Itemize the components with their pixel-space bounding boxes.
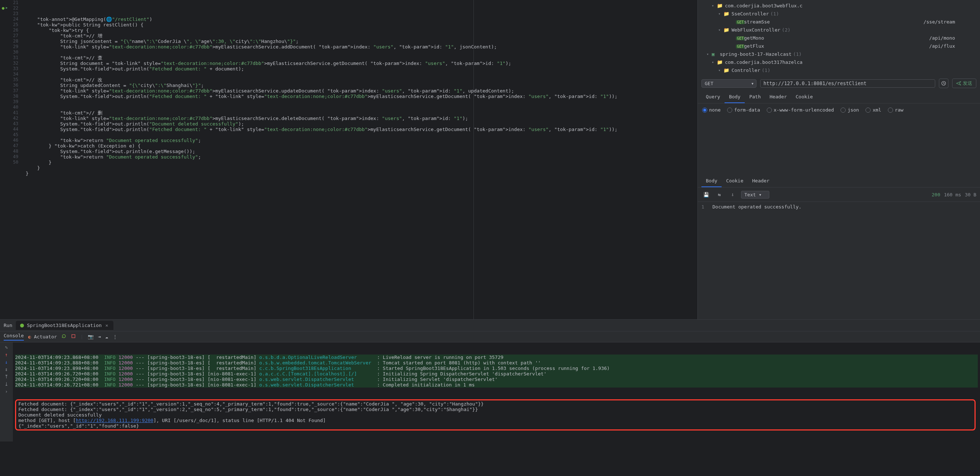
send-label: 发送 (963, 80, 972, 87)
edit-button[interactable]: ✎ (0, 344, 13, 351)
soft-wrap-button[interactable]: ↕ (0, 366, 13, 373)
rerun-button[interactable] (61, 334, 67, 340)
save-response-button[interactable]: 💾 (702, 190, 711, 199)
tree-item[interactable]: GETstreamSse/sse/stream (701, 18, 977, 26)
body-type-form-data[interactable]: form-data (727, 107, 760, 113)
stop-icon (71, 334, 76, 339)
stop-button[interactable] (71, 334, 76, 340)
log-line: 2024-11-03T14:09:23.888+08:00 INFO 12000… (15, 360, 978, 366)
format-select[interactable]: Text ▾ (741, 191, 769, 199)
highlight-line: {"_index":"users","_id":"1","found":fals… (18, 423, 972, 429)
heap-button[interactable]: ☁ (105, 334, 108, 339)
body-type-x-www-form-urlencoded[interactable]: x-www-form-urlencoded (767, 107, 834, 113)
http-url-input[interactable] (760, 79, 935, 88)
request-tab-query[interactable]: Query (702, 91, 725, 103)
more-button[interactable]: ⋮ (113, 334, 118, 339)
request-tab-path[interactable]: Path (745, 91, 765, 103)
body-type-json[interactable]: json (840, 107, 859, 113)
run-app-label: SpringBoot318EsApplication (27, 323, 102, 328)
exit-button[interactable]: ⇥ (98, 334, 101, 339)
console-tab[interactable]: Console (4, 333, 24, 341)
body-type-xml[interactable]: xml (865, 107, 881, 113)
tree-item[interactable]: GETgetMono/api/mono (701, 34, 977, 42)
console-body: ✎ ↑ ↓ ↕ ⤒ ⤓ › 2024-11-03T14:09:23.868+08… (0, 342, 980, 441)
editor-gutter: 2122●➤2324252627282930313233343536373839… (0, 0, 22, 319)
tree-item[interactable]: ▾▣spring-boot3-17-Hazelcast(1) (701, 50, 977, 58)
up-arrow-button[interactable]: ↑ (0, 351, 13, 358)
tree-item[interactable]: ▾📁WebFluxController(2) (701, 26, 977, 34)
response-text: Document operated successfully. (713, 204, 802, 210)
http-method-value: GET (705, 81, 713, 86)
request-tab-cookie[interactable]: Cookie (791, 91, 818, 103)
log-line: 2024-11-03T14:09:26.720+08:00 INFO 12000… (15, 371, 978, 377)
tree-item[interactable]: ▾📁com.coderjia.boot3webflux.c (701, 2, 977, 10)
log-line: 2024-11-03T14:09:23.898+08:00 INFO 12000… (15, 366, 978, 371)
highlight-line: Fetched document: {"_index":"users","_id… (18, 401, 972, 407)
export-button[interactable]: ⇩ (728, 190, 737, 199)
response-toolbar: 💾 ⇆ ⇩ Text ▾ 200 160 ms 30 B (698, 188, 980, 202)
log-line: 2024-11-03T14:09:26.720+08:00 INFO 12000… (15, 377, 978, 382)
request-tabs: QueryBodyPathHeaderCookie (698, 91, 980, 103)
format-button[interactable]: ⇆ (714, 190, 724, 199)
log-line: 2024-11-03T14:09:26.721+08:00 INFO 12000… (15, 382, 978, 388)
expand-button[interactable]: › (0, 388, 13, 395)
run-panel: Run SpringBoot318EsApplication × Console… (0, 319, 980, 475)
response-tabs: BodyCookieHeader (698, 175, 980, 188)
run-tabs-bar: Run SpringBoot318EsApplication × (0, 320, 980, 331)
highlight-line: Fetched document: {"_index":"users","_id… (18, 407, 972, 412)
send-button[interactable]: 发送 (952, 78, 976, 88)
response-tab-body[interactable]: Body (702, 175, 722, 187)
response-body[interactable]: 1 Document operated successfully. (698, 202, 980, 212)
endpoints-tree[interactable]: ▾📁com.coderjia.boot3webflux.c▾📁SseContro… (698, 0, 980, 76)
send-icon (956, 81, 961, 86)
status-code: 200 (932, 192, 940, 197)
tree-item[interactable]: ▾📁SseController(1) (701, 10, 977, 18)
rerun-icon (61, 334, 67, 339)
highlight-line: method [GET], host [http://192.168.111.1… (18, 418, 972, 423)
clock-icon (941, 81, 946, 86)
spring-icon (19, 323, 25, 328)
body-type-raw[interactable]: raw (888, 107, 903, 113)
highlighted-output: Fetched document: {"_index":"users","_id… (15, 399, 975, 430)
chevron-down-icon: ▾ (751, 81, 754, 86)
request-tab-body[interactable]: Body (725, 91, 745, 103)
response-tab-header[interactable]: Header (748, 175, 774, 187)
log-line: 2024-11-03T14:09:23.868+08:00 INFO 12000… (15, 355, 978, 360)
code-editor[interactable]: 2122●➤2324252627282930313233343536373839… (0, 0, 697, 319)
history-button[interactable] (939, 78, 948, 88)
http-method-select[interactable]: GET ▾ (702, 79, 756, 88)
down-arrow-button[interactable]: ↓ (0, 358, 13, 366)
console-gutter: ✎ ↑ ↓ ↕ ⤒ ⤓ › (0, 342, 13, 441)
response-line-number: 1 (702, 204, 713, 210)
run-app-tab[interactable]: SpringBoot318EsApplication × (16, 321, 113, 330)
run-tab-label: Run (4, 323, 12, 328)
request-tab-header[interactable]: Header (765, 91, 791, 103)
status-size: 30 B (965, 192, 976, 197)
format-select-value: Text (745, 192, 756, 197)
close-icon[interactable]: × (104, 323, 110, 328)
camera-button[interactable]: 📷 (88, 334, 94, 339)
http-client-panel: ▾📁com.coderjia.boot3webflux.c▾📁SseContro… (697, 0, 980, 319)
http-request-bar: GET ▾ 发送 (698, 76, 980, 91)
tree-item[interactable]: ▾📁Controller(1) (701, 66, 977, 74)
code-area[interactable]: "tok-annot">@GetMapping(🌐"/restClient") … (22, 0, 697, 319)
console-toolbar: Console ◐ Actuator | 📷 ⇥ ☁ ⋮ (0, 331, 980, 342)
tree-item[interactable]: ▾📁com.coderjia.boot317hazelca (701, 58, 977, 66)
scroll-up-button[interactable]: ⤒ (0, 373, 13, 380)
actuator-tab[interactable]: ◐ Actuator (28, 334, 57, 339)
svg-rect-2 (72, 335, 75, 338)
console-output[interactable]: 2024-11-03T14:09:23.868+08:00 INFO 12000… (13, 342, 980, 441)
right-margin-line (474, 0, 474, 319)
body-type-none[interactable]: none (702, 107, 721, 113)
status-time: 160 ms (944, 192, 961, 197)
response-tab-cookie[interactable]: Cookie (722, 175, 748, 187)
highlight-line: Document deleted successfully (18, 412, 972, 418)
tree-item[interactable]: GETgetFlux/api/flux (701, 42, 977, 50)
svg-point-1 (20, 323, 24, 327)
scroll-down-button[interactable]: ⤓ (0, 380, 13, 388)
body-type-row: noneform-datax-www-form-urlencodedjsonxm… (698, 103, 980, 116)
